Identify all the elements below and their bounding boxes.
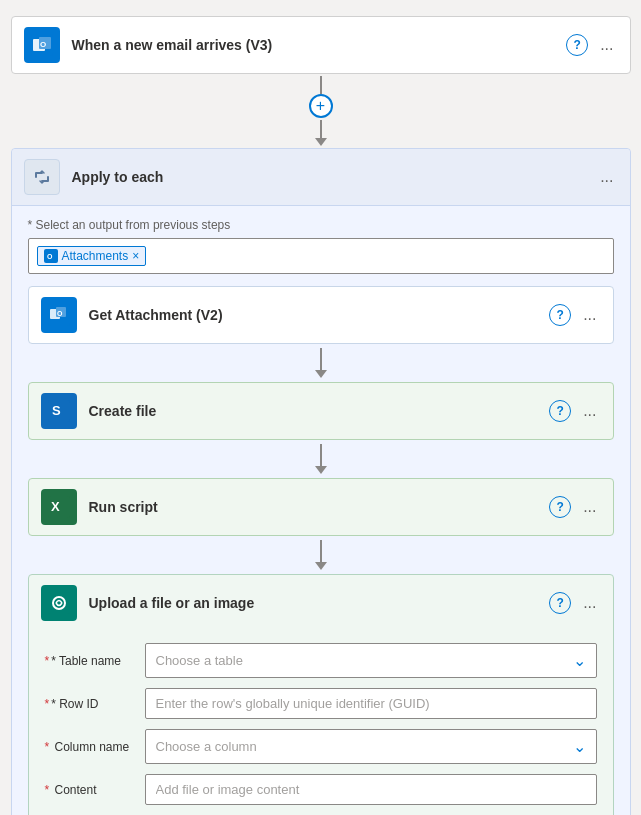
select-output-section: * Select an output from previous steps O… (28, 218, 614, 274)
connector-3 (315, 440, 327, 478)
upload-card-actions: ? ... (549, 590, 600, 616)
flow-container: O When a new email arrives (V3) ? ... + (11, 16, 631, 815)
trigger-title: When a new email arrives (V3) (72, 37, 567, 53)
attachments-token: O Attachments × (37, 246, 147, 266)
trigger-icon: O (24, 27, 60, 63)
svg-text:O: O (57, 310, 63, 317)
table-name-chevron: ⌄ (573, 651, 586, 670)
trigger-help-button[interactable]: ? (566, 34, 588, 56)
column-name-star: * (45, 740, 50, 754)
upload-icon (41, 585, 77, 621)
create-file-icon: S (41, 393, 77, 429)
add-step-button-1[interactable]: + (309, 94, 333, 118)
svg-text:S: S (52, 403, 61, 418)
column-name-label: * Column name (45, 740, 145, 754)
upload-card-header: Upload a file or an image ? ... (29, 575, 613, 631)
run-script-header: X Run script ? ... (29, 479, 613, 535)
upload-help-button[interactable]: ? (549, 592, 571, 614)
column-name-placeholder: Choose a column (156, 739, 257, 754)
apply-each-card: Apply to each ... * Select an output fro… (11, 148, 631, 815)
create-file-card: S Create file ? ... (28, 382, 614, 440)
run-script-icon: X (41, 489, 77, 525)
get-attachment-card: O Get Attachment (V2) ? ... (28, 286, 614, 344)
table-name-label: ** Table name (45, 654, 145, 668)
token-input[interactable]: O Attachments × (28, 238, 614, 274)
apply-each-title: Apply to each (72, 169, 597, 185)
svg-text:O: O (47, 253, 53, 260)
svg-rect-15 (48, 592, 70, 614)
apply-each-more-button[interactable]: ... (596, 164, 617, 190)
conn-line-3 (320, 444, 322, 466)
table-name-star: * (45, 654, 50, 668)
attachment-chip-close[interactable]: × (132, 249, 139, 263)
trigger-more-button[interactable]: ... (596, 32, 617, 58)
apply-each-body: * Select an output from previous steps O… (12, 206, 630, 815)
apply-each-actions: ... (596, 164, 617, 190)
select-output-label: * Select an output from previous steps (28, 218, 614, 232)
get-attachment-actions: ? ... (549, 302, 600, 328)
content-label: * Content (45, 783, 145, 797)
connector-line-2 (320, 120, 322, 138)
row-id-label: ** Row ID (45, 697, 145, 711)
row-id-star: * (45, 697, 50, 711)
connector-4 (315, 536, 327, 574)
apply-each-icon (24, 159, 60, 195)
get-attachment-header: O Get Attachment (V2) ? ... (29, 287, 613, 343)
table-name-placeholder: Choose a table (156, 653, 243, 668)
conn-arrow-4 (315, 562, 327, 570)
get-attachment-title: Get Attachment (V2) (89, 307, 550, 323)
connector-2 (315, 344, 327, 382)
row-id-row: ** Row ID (45, 688, 597, 719)
get-attachment-help-button[interactable]: ? (549, 304, 571, 326)
conn-arrow-3 (315, 466, 327, 474)
column-name-row: * Column name Choose a column ⌄ (45, 729, 597, 764)
conn-line-4 (320, 540, 322, 562)
apply-each-inner: * Select an output from previous steps O… (28, 218, 614, 815)
create-file-title: Create file (89, 403, 550, 419)
run-script-more-button[interactable]: ... (579, 494, 600, 520)
apply-each-header: Apply to each ... (12, 149, 630, 206)
conn-line-2 (320, 348, 322, 370)
upload-form: ** Table name Choose a table ⌄ ** Row ID (29, 631, 613, 815)
connector-line-1 (320, 76, 322, 94)
run-script-actions: ? ... (549, 494, 600, 520)
connector-plus-1: + (309, 76, 333, 146)
table-name-select[interactable]: Choose a table ⌄ (145, 643, 597, 678)
trigger-header: O When a new email arrives (V3) ? ... (12, 17, 630, 73)
trigger-actions: ? ... (566, 32, 617, 58)
trigger-card: O When a new email arrives (V3) ? ... (11, 16, 631, 74)
run-script-title: Run script (89, 499, 550, 515)
table-name-row: ** Table name Choose a table ⌄ (45, 643, 597, 678)
get-attachment-more-button[interactable]: ... (579, 302, 600, 328)
attachment-chip-label: Attachments (62, 249, 129, 263)
content-row: * Content (45, 774, 597, 805)
create-file-header: S Create file ? ... (29, 383, 613, 439)
upload-more-button[interactable]: ... (579, 590, 600, 616)
column-name-chevron: ⌄ (573, 737, 586, 756)
conn-arrow-2 (315, 370, 327, 378)
run-script-help-button[interactable]: ? (549, 496, 571, 518)
svg-text:O: O (40, 40, 46, 49)
get-attachment-icon: O (41, 297, 77, 333)
attachment-chip-icon: O (44, 249, 58, 263)
svg-rect-4 (31, 166, 53, 188)
column-name-select[interactable]: Choose a column ⌄ (145, 729, 597, 764)
content-star: * (45, 783, 50, 797)
run-script-card: X Run script ? ... (28, 478, 614, 536)
upload-card: Upload a file or an image ? ... ** Table… (28, 574, 614, 815)
create-file-more-button[interactable]: ... (579, 398, 600, 424)
create-file-actions: ? ... (549, 398, 600, 424)
upload-card-title: Upload a file or an image (89, 595, 550, 611)
row-id-input[interactable] (145, 688, 597, 719)
svg-text:X: X (51, 499, 60, 514)
create-file-help-button[interactable]: ? (549, 400, 571, 422)
content-input[interactable] (145, 774, 597, 805)
connector-arrow-1 (315, 138, 327, 146)
